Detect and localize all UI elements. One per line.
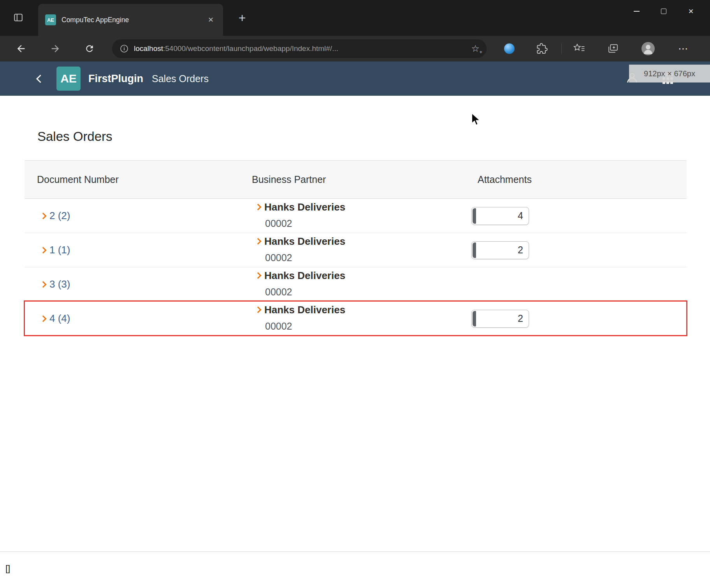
close-button[interactable]: ✕ [677, 2, 705, 20]
chevron-right-icon [40, 212, 47, 219]
minimize-icon [634, 11, 640, 12]
forward-button[interactable] [46, 39, 65, 58]
window-controls: ✕ [623, 2, 705, 20]
document-number: 1 (1) [49, 244, 70, 256]
column-header-business-partner: Business Partner [239, 174, 465, 185]
viewport-size-tooltip: 912px × 676px [629, 65, 710, 82]
business-partner-code: 00002 [265, 283, 465, 301]
document-number-cell: 3 (3) [25, 267, 239, 301]
attachments-cell [465, 267, 687, 301]
attachments-count: 4 [518, 210, 529, 221]
document-number-cell: 2 (2) [25, 199, 239, 233]
new-tab-button[interactable]: + [234, 9, 251, 26]
business-partner-name: Hanks Deliveries [264, 201, 345, 213]
document-link[interactable]: 4 (4) [41, 312, 70, 325]
column-header-attachments: Attachments [465, 174, 687, 185]
document-number: 3 (3) [49, 278, 70, 290]
table-row: 4 (4) Hanks Deliveries 00002 2 [25, 302, 687, 336]
tab-close-icon[interactable]: ✕ [206, 14, 216, 26]
favorites-icon[interactable] [573, 44, 585, 54]
collections-icon[interactable] [607, 44, 619, 54]
table-body: 2 (2) Hanks Deliveries 00002 4 1 (1) [25, 199, 687, 336]
business-partner-code: 00002 [265, 249, 465, 267]
document-link[interactable]: 2 (2) [41, 210, 70, 222]
app-content: Sales Orders Document Number Business Pa… [0, 96, 710, 336]
attachments-input[interactable]: 4 [471, 207, 529, 225]
back-arrow-icon [16, 43, 26, 54]
attachments-input[interactable]: 2 [471, 241, 529, 259]
sales-orders-table: Document Number Business Partner Attachm… [25, 160, 687, 336]
maximize-button[interactable] [650, 2, 677, 20]
url-text: localhost:54000/webcontent/launchpad/web… [134, 44, 466, 53]
browser-essentials-icon[interactable] [504, 44, 515, 54]
document-number: 4 (4) [49, 312, 70, 325]
tab-title: CompuTec AppEngine [62, 16, 206, 24]
business-partner-name: Hanks Deliveries [264, 235, 345, 247]
business-partner-cell: Hanks Deliveries 00002 [239, 267, 465, 301]
app-header: AE FirstPlugin Sales Orders [0, 61, 710, 96]
chevron-right-icon [40, 281, 47, 288]
refresh-icon [84, 44, 95, 54]
document-number-cell: 1 (1) [25, 233, 239, 267]
tab-actions-icon [13, 12, 23, 24]
input-handle-icon [473, 208, 476, 224]
url-path: :54000/webcontent/launchpad/webapp/Index… [163, 44, 338, 53]
browser-window: AE CompuTec AppEngine ✕ + ✕ localhost:54… [0, 0, 710, 588]
profile-avatar[interactable] [641, 42, 655, 55]
refresh-button[interactable] [80, 39, 99, 58]
footer-text: [] [5, 563, 10, 574]
url-bar[interactable]: localhost:54000/webcontent/launchpad/web… [112, 39, 487, 58]
document-link[interactable]: 1 (1) [41, 244, 70, 256]
app-name: FirstPlugin [88, 73, 143, 85]
app-logo: AE [56, 67, 81, 91]
table-row: 3 (3) Hanks Deliveries 00002 [25, 267, 687, 302]
plus-glyph: + [479, 49, 482, 55]
tab-actions-button[interactable] [9, 9, 27, 27]
mouse-cursor [471, 113, 483, 128]
extensions-icon[interactable] [536, 43, 548, 54]
attachments-input[interactable]: 2 [471, 310, 529, 328]
business-partner-name: Hanks Deliveries [264, 270, 345, 282]
business-partner-cell: Hanks Deliveries 00002 [239, 233, 465, 267]
chevron-right-icon[interactable] [255, 272, 262, 279]
chevron-right-icon[interactable] [255, 238, 262, 245]
document-number: 2 (2) [49, 210, 70, 222]
page-title: Sales Orders [37, 129, 710, 144]
site-info-icon[interactable] [119, 44, 129, 54]
business-partner-code: 00002 [265, 214, 465, 232]
table-row: 1 (1) Hanks Deliveries 00002 2 [25, 233, 687, 267]
url-host: localhost [134, 44, 163, 53]
table-row: 2 (2) Hanks Deliveries 00002 4 [25, 199, 687, 233]
star-glyph: ☆ [471, 43, 480, 54]
attachments-count: 2 [518, 244, 529, 256]
settings-menu-button[interactable]: ⋯ [678, 43, 689, 55]
chevron-right-icon[interactable] [255, 204, 262, 211]
blue-orb-icon [504, 44, 515, 54]
back-button[interactable] [12, 39, 30, 58]
document-link[interactable]: 3 (3) [41, 278, 70, 290]
chevron-right-icon [40, 315, 47, 322]
business-partner-name: Hanks Deliveries [264, 304, 345, 316]
table-header-row: Document Number Business Partner Attachm… [25, 161, 687, 199]
more-menu-icon: ⋯ [678, 43, 689, 55]
attachments-cell: 2 [465, 302, 687, 335]
avatar-icon [641, 42, 655, 55]
browser-tab[interactable]: AE CompuTec AppEngine ✕ [38, 4, 223, 36]
column-header-document-number: Document Number [25, 174, 239, 185]
browser-toolbar: localhost:54000/webcontent/launchpad/web… [0, 36, 710, 61]
document-number-cell: 4 (4) [25, 302, 239, 335]
chevron-right-icon[interactable] [255, 307, 262, 313]
tab-favicon: AE [45, 14, 56, 25]
minimize-button[interactable] [623, 2, 650, 20]
attachments-count: 2 [518, 313, 529, 324]
toolbar-divider [561, 43, 562, 54]
nav-back-icon[interactable] [36, 74, 44, 82]
footer-divider [0, 551, 710, 552]
chevron-right-icon [40, 247, 47, 253]
app-subtitle: Sales Orders [152, 73, 209, 84]
forward-arrow-icon [50, 43, 61, 54]
add-favorite-icon[interactable]: ☆+ [471, 43, 480, 54]
business-partner-code: 00002 [265, 317, 465, 335]
browser-tabstrip: AE CompuTec AppEngine ✕ + ✕ [0, 0, 710, 36]
business-partner-cell: Hanks Deliveries 00002 [239, 199, 465, 233]
